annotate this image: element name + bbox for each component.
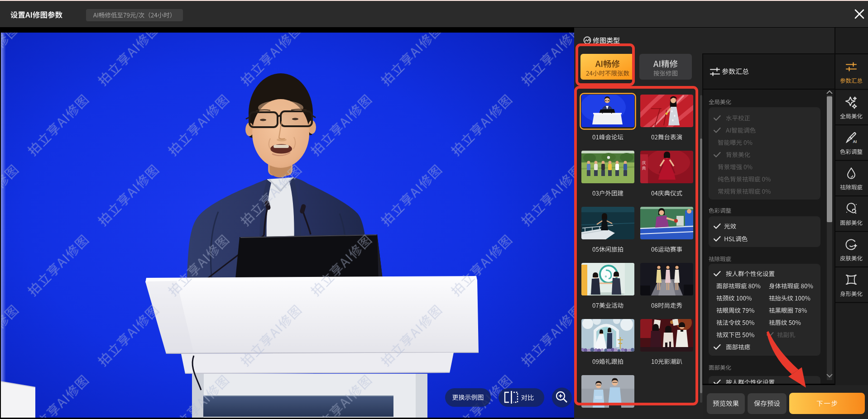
svg-text:AI: AI <box>853 139 857 144</box>
